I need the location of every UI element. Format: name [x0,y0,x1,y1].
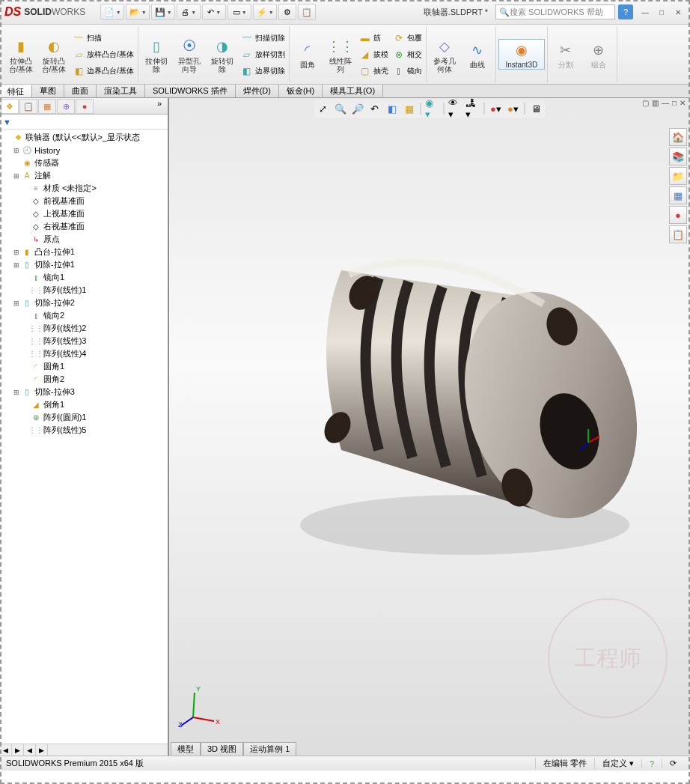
rebuild-button[interactable]: ⚡▼ [253,4,277,20]
fillet-button[interactable]: ◜圆角 [292,40,323,69]
tree-item[interactable]: ⋮⋮阵列(线性)1 [0,284,168,297]
revolve-boss-button[interactable]: ◐旋转凸台/基体 [38,36,70,73]
search-input[interactable]: 🔍 搜索 SOLIDWORKS 帮助 [495,4,615,19]
tree-item[interactable]: ⋮⋮阵列(线性)5 [0,424,168,437]
display-style-icon[interactable]: ◉ ▾ [425,101,440,116]
tree-front-plane[interactable]: ◇前视基准面 [0,195,168,207]
instant3d-button[interactable]: ◉Instant3D [498,39,545,70]
zoom-icon[interactable]: 🔍 [333,101,348,116]
vp-max-icon[interactable]: □ [672,99,677,107]
tree-item[interactable]: ◢倒角1 [0,398,168,411]
extrude-boss-button[interactable]: ▮拉伸凸台/基体 [5,36,37,73]
combine-button[interactable]: ⊕组合 [583,40,614,69]
extrude-cut-button[interactable]: ▯拉伸切除 [141,36,172,73]
tree-item[interactable]: ⋮⋮阵列(线性)3 [0,335,168,347]
tab-motion[interactable]: 运动算例 1 [243,742,296,756]
tree-item[interactable]: ⫿镜向2 [0,309,168,322]
appearance2-icon[interactable]: ● [669,206,687,224]
prev-view-icon[interactable]: ↶ [367,101,382,116]
options2-button[interactable]: 📋 [298,4,316,20]
options-button[interactable]: ⚙ [278,4,296,20]
scroll-right[interactable]: ▶ [12,744,24,756]
tree-tab-config[interactable]: ▦ [38,99,56,114]
tab-surfaces[interactable]: 曲面 [64,85,97,97]
rib-button[interactable]: ▬筋 [358,31,390,46]
ref-geom-button[interactable]: ◇参考几何体 [429,36,460,73]
status-custom[interactable]: 自定义 ▾ [594,758,641,769]
tree-history[interactable]: ⊞🕘History [0,144,168,157]
tab-sketch[interactable]: 草图 [32,85,64,97]
tree-item[interactable]: ⋮⋮阵列(线性)4 [0,347,168,360]
zoom-area-icon[interactable]: 🔎 [350,101,365,116]
print-button[interactable]: 🖨▼ [177,4,201,20]
intersect-button[interactable]: ⊗相交 [391,47,424,62]
tab-addins[interactable]: SOLIDWORKS 插件 [145,85,236,97]
loft-cut-button[interactable]: ▱放样切割 [239,47,287,62]
undo-button[interactable]: ↶▼ [202,4,226,20]
tree-item[interactable]: ⊛阵列(圆周)1 [0,411,168,424]
scene-icon[interactable]: 🏞 ▾ [465,101,480,116]
vp-split-icon[interactable]: ▥ [652,99,659,107]
maximize-button[interactable]: □ [654,6,669,18]
hole-wizard-button[interactable]: ⦿异型孔向导 [174,36,205,73]
tab-model[interactable]: 模型 [171,742,201,756]
tree-item[interactable]: ⊞▯切除-拉伸1 [0,258,168,271]
tree-tab-appearance[interactable]: ● [76,99,94,114]
draft-button[interactable]: ◢拔模 [358,47,390,62]
tree-item[interactable]: ⊞▮凸台-拉伸1 [0,246,168,258]
library-icon[interactable]: 📚 [669,148,687,165]
view-orient-icon[interactable]: ▦ [402,101,417,116]
tree-item[interactable]: ⋮⋮阵列(线性)2 [0,322,168,335]
save-button[interactable]: 💾▼ [151,4,175,20]
linear-pattern-button[interactable]: ⋮⋮线性阵列 [325,36,356,73]
tab-3dview[interactable]: 3D 视图 [201,742,243,756]
open-button[interactable]: 📂▼ [126,4,150,20]
scroll-left[interactable]: ◀ [0,744,12,756]
tree-tab-property[interactable]: 📋 [19,99,37,114]
decal-icon[interactable]: ● ▾ [506,101,521,116]
tree-tab-dim[interactable]: ⊕ [57,99,75,114]
tree-item[interactable]: ◜圆角2 [0,373,168,386]
status-rebuild-icon[interactable]: ⟳ [662,759,684,768]
tree-tab-feature[interactable]: ❖ [1,99,19,114]
explorer-icon[interactable]: 📁 [669,167,687,185]
tree-origin[interactable]: ↳原点 [0,233,168,246]
tree-expand-button[interactable]: » [152,99,167,113]
zoom-fit-icon[interactable]: ⤢ [316,101,331,116]
new-button[interactable]: 📄▼ [100,4,124,20]
sweep-cut-button[interactable]: 〰扫描切除 [239,31,287,46]
help-button[interactable]: ? [618,4,633,19]
vp-close-icon[interactable]: ✕ [680,99,686,107]
tree-sensors[interactable]: ◉传感器 [0,157,168,169]
tree-item[interactable]: ⊞▯切除-拉伸3 [0,386,168,398]
revolve-cut-button[interactable]: ◑旋转切除 [207,36,238,73]
home-icon[interactable]: 🏠 [669,128,687,146]
shell-button[interactable]: ▢抽壳 [358,64,390,79]
select-button[interactable]: ▭▼ [228,4,251,20]
status-help-icon[interactable]: ? [641,759,662,768]
tab-render[interactable]: 渲染工具 [97,85,145,97]
curves-button[interactable]: ∿曲线 [462,40,493,69]
tree-right-plane[interactable]: ◇右视基准面 [0,220,168,233]
loft-button[interactable]: ▱放样凸台/基体 [71,47,135,62]
3d-viewport[interactable]: ⤢ 🔍 🔎 ↶ ◧ ▦ ◉ ▾ 👁 ▾ 🏞 ▾ ● ▾ ● ▾ 🖥 ▢ ▥ — … [168,98,690,756]
view-palette-icon[interactable]: ▦ [669,186,687,204]
tab-sheetmetal[interactable]: 钣金(H) [279,85,323,97]
minimize-button[interactable]: — [638,6,653,18]
tab-mold[interactable]: 模具工具(O) [323,85,383,97]
tab-weldments[interactable]: 焊件(D) [236,85,279,97]
close-button[interactable]: ✕ [671,6,686,18]
scroll-left2[interactable]: ◀ [24,744,36,756]
scroll-right2[interactable]: ▶ [36,744,48,756]
tab-features[interactable]: 特征 [0,85,32,97]
tree-item[interactable]: ⫿镜向1 [0,271,168,284]
hide-show-icon[interactable]: 👁 ▾ [448,101,463,116]
split-button[interactable]: ✂分割 [550,40,581,69]
section-icon[interactable]: ◧ [385,101,400,116]
boundary-cut-button[interactable]: ◧边界切除 [239,64,287,79]
vp-min-icon[interactable]: — [662,99,669,107]
tree-annotations[interactable]: ⊞A注解 [0,169,168,182]
vp-new-icon[interactable]: ▢ [642,99,649,107]
tree-root[interactable]: ❖联轴器 (默认<<默认>_显示状态 [0,131,168,144]
tree-filter[interactable]: ▼ [0,115,168,130]
